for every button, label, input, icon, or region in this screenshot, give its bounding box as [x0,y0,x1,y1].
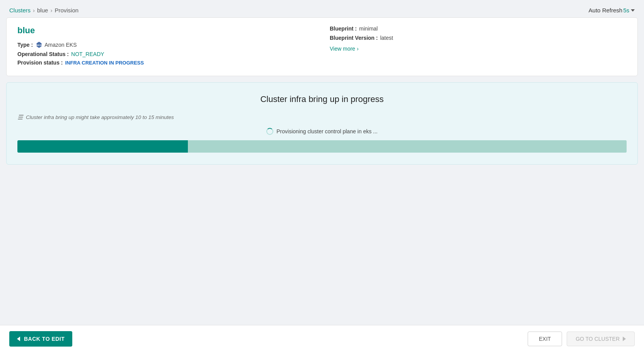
progress-hint: ☰ Cluster infra bring up might take appr… [17,114,627,121]
breadcrumb-page-name: Provision [55,7,78,14]
breadcrumb: Clusters › blue › Provision [9,7,78,14]
footer-right: EXIT GO TO CLUSTER [528,332,635,346]
blueprint-version-row: Blueprint Version : latest [330,35,627,41]
cluster-card-left: blue Type : EKS Amazon EKS Operational S… [17,26,314,68]
cluster-name: blue [17,26,314,36]
svg-text:EKS: EKS [37,44,41,46]
view-more-link[interactable]: View more › [330,46,359,52]
auto-refresh-value: 5s [623,7,629,14]
back-to-edit-label: BACK TO EDIT [24,336,65,342]
blueprint-version-label: Blueprint Version : [330,35,378,41]
hint-icon: ☰ [17,114,23,121]
cluster-card-right: Blueprint : minimal Blueprint Version : … [314,26,627,68]
progress-card: Cluster infra bring up in progress ☰ Clu… [6,82,638,165]
operational-status-value: NOT_READY [71,51,104,57]
arrow-left-icon [17,337,20,341]
exit-button[interactable]: EXIT [528,332,562,346]
cluster-info-card: blue Type : EKS Amazon EKS Operational S… [6,17,638,76]
chevron-down-icon [631,9,635,12]
type-row: Type : EKS Amazon EKS [17,41,314,49]
operational-status-row: Operational Status : NOT_READY [17,51,314,57]
auto-refresh-control[interactable]: Auto Refresh 5s [589,7,635,14]
progress-status-text: Provisioning cluster control plane in ek… [276,128,377,134]
go-to-cluster-label: GO TO CLUSTER [576,336,620,342]
arrow-right-icon [623,337,626,341]
provision-status-label: Provision status : [17,60,63,66]
progress-status: Provisioning cluster control plane in ek… [17,128,627,135]
blueprint-version-value: latest [380,35,393,41]
operational-status-label: Operational Status : [17,51,69,57]
breadcrumb-sep1: › [33,7,35,14]
progress-bar-fill [17,140,188,153]
type-value: Amazon EKS [44,42,77,48]
chevron-right-icon: › [357,46,359,52]
blueprint-value: minimal [359,26,378,32]
type-label: Type : [17,42,33,48]
breadcrumb-clusters-link[interactable]: Clusters [9,7,31,14]
header: Clusters › blue › Provision Auto Refresh… [0,0,644,17]
eks-icon: EKS [35,41,43,49]
provision-status-row: Provision status : INFRA CREATION IN PRO… [17,60,314,66]
back-to-edit-button[interactable]: BACK TO EDIT [9,331,72,347]
blueprint-label: Blueprint : [330,26,357,32]
breadcrumb-cluster-name: blue [37,7,48,14]
progress-hint-text: Cluster infra bring up might take approx… [26,114,174,120]
footer: BACK TO EDIT EXIT GO TO CLUSTER [0,325,644,352]
loading-spinner [266,128,273,135]
progress-bar-container [17,140,627,153]
auto-refresh-label: Auto Refresh [589,7,623,14]
exit-label: EXIT [539,336,551,342]
blueprint-row: Blueprint : minimal [330,26,627,32]
breadcrumb-sep2: › [50,7,52,14]
progress-title: Cluster infra bring up in progress [17,94,627,104]
go-to-cluster-button: GO TO CLUSTER [567,332,635,346]
provision-status-value: INFRA CREATION IN PROGRESS [65,60,144,66]
